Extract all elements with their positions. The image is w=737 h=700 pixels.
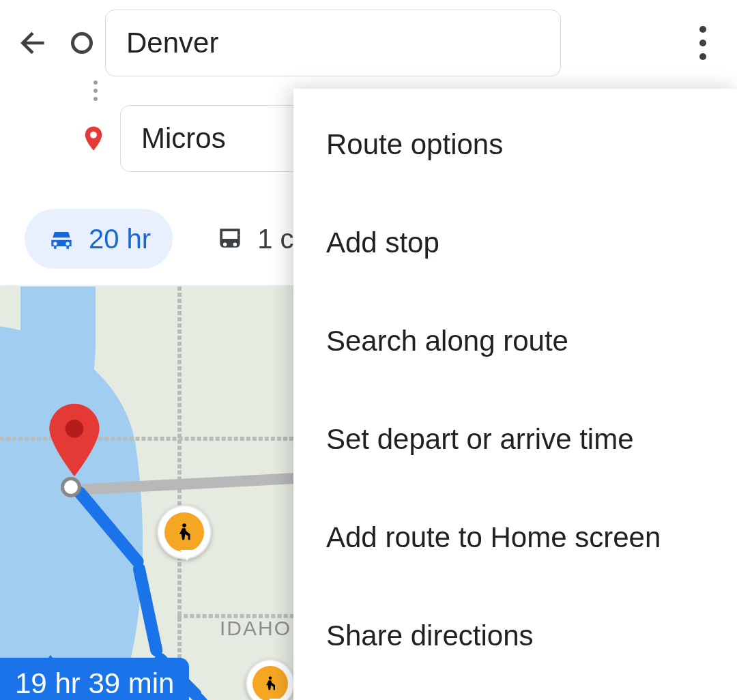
svg-point-3 bbox=[269, 677, 272, 680]
back-button[interactable] bbox=[14, 23, 55, 63]
origin-marker-icon bbox=[71, 32, 93, 54]
destination-pin-icon bbox=[79, 124, 108, 153]
construction-icon bbox=[164, 512, 204, 552]
map-state-label: IDAHO bbox=[220, 617, 291, 640]
mode-transit-time: 1 c bbox=[257, 224, 293, 254]
svg-point-2 bbox=[182, 523, 186, 527]
origin-row bbox=[14, 10, 723, 76]
waypoint-dots-icon bbox=[85, 81, 106, 101]
route-time-text: 19 hr 39 min bbox=[15, 667, 174, 699]
origin-input[interactable] bbox=[105, 10, 561, 76]
map-state-border bbox=[0, 437, 293, 441]
menu-add-stop[interactable]: Add stop bbox=[293, 194, 737, 292]
menu-route-options[interactable]: Route options bbox=[293, 96, 737, 194]
menu-set-depart-arrive[interactable]: Set depart or arrive time bbox=[293, 390, 737, 488]
overflow-menu: Route options Add stop Search along rout… bbox=[293, 89, 737, 700]
svg-point-0 bbox=[90, 132, 97, 138]
map-origin-dot-icon bbox=[61, 477, 81, 497]
mode-drive[interactable]: 20 hr bbox=[25, 209, 173, 269]
map-alert-bubble[interactable] bbox=[157, 505, 212, 559]
route-time-callout[interactable]: 19 hr 39 min bbox=[0, 658, 189, 700]
svg-point-1 bbox=[66, 420, 84, 438]
more-vert-icon bbox=[699, 26, 706, 60]
construction-icon bbox=[252, 666, 288, 700]
menu-search-along-route[interactable]: Search along route bbox=[293, 292, 737, 390]
map-destination-pin-icon[interactable] bbox=[47, 403, 102, 478]
transit-icon bbox=[215, 224, 245, 254]
map-alert-bubble[interactable] bbox=[246, 659, 295, 700]
car-icon bbox=[46, 224, 76, 254]
menu-add-home-screen[interactable]: Add route to Home screen bbox=[293, 488, 737, 587]
mode-drive-time: 20 hr bbox=[89, 224, 151, 254]
overflow-menu-button[interactable] bbox=[682, 10, 723, 76]
menu-share-directions[interactable]: Share directions bbox=[293, 587, 737, 685]
arrow-left-icon bbox=[17, 26, 51, 60]
